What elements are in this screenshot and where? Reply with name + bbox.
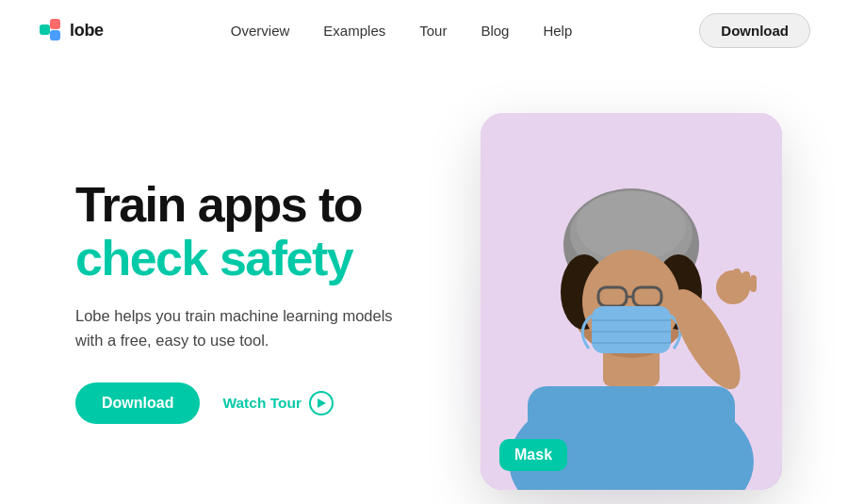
person-background — [481, 113, 782, 490]
watch-tour-label: Watch Tour — [222, 395, 302, 412]
navbar: lobe Overview Examples Tour Blog Help Do… — [0, 0, 848, 60]
download-hero-button[interactable]: Download — [75, 382, 200, 424]
logo[interactable]: lobe — [38, 17, 104, 43]
hero-buttons: Download Watch Tour — [75, 382, 471, 424]
nav-item-overview[interactable]: Overview — [231, 23, 290, 39]
nav-item-tour[interactable]: Tour — [419, 23, 447, 39]
hero-title: Train apps to check safety — [75, 178, 471, 285]
svg-rect-25 — [742, 271, 750, 292]
nav-item-blog[interactable]: Blog — [481, 23, 509, 39]
hero-image-container: Mask — [471, 104, 791, 490]
hero-content: Train apps to check safety Lobe helps yo… — [75, 169, 471, 425]
svg-rect-0 — [40, 24, 50, 35]
svg-rect-17 — [592, 306, 671, 353]
nav-item-examples[interactable]: Examples — [323, 23, 385, 39]
lobe-logo-icon — [38, 17, 64, 43]
svg-rect-5 — [528, 386, 735, 490]
svg-rect-26 — [750, 275, 757, 292]
watch-tour-link[interactable]: Watch Tour — [222, 391, 334, 415]
hero-title-line1: Train apps to — [75, 177, 362, 232]
nav-links: Overview Examples Tour Blog Help — [231, 23, 572, 39]
hero-image-card: Mask — [481, 113, 782, 490]
svg-rect-23 — [724, 271, 731, 292]
download-nav-button[interactable]: Download — [699, 13, 810, 48]
svg-rect-24 — [733, 268, 741, 291]
svg-rect-2 — [50, 30, 60, 41]
mask-label-badge: Mask — [499, 439, 567, 471]
play-circle-icon — [309, 391, 334, 415]
hero-title-line2: check safety — [75, 232, 471, 285]
hero-section: Train apps to check safety Lobe helps yo… — [0, 60, 848, 504]
person-illustration — [481, 113, 782, 490]
play-triangle — [318, 398, 326, 408]
hero-description: Lobe helps you train machine learning mo… — [75, 304, 415, 352]
logo-text: lobe — [70, 21, 104, 41]
svg-rect-1 — [50, 19, 60, 29]
nav-item-help[interactable]: Help — [543, 23, 572, 39]
